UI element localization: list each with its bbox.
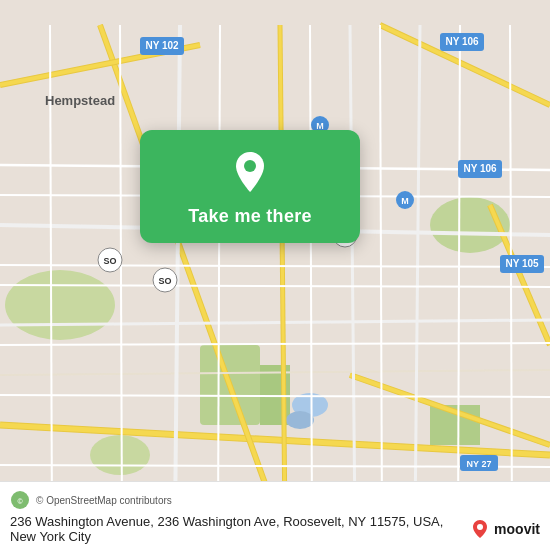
svg-text:NY 102: NY 102: [145, 40, 179, 51]
svg-point-67: [244, 160, 256, 172]
map-background: NY 102 NY 106 NY 106 NY 105 SO SO SO NY …: [0, 0, 550, 550]
osm-attribution: © OpenStreetMap contributors: [36, 495, 172, 506]
moovit-label: moovit: [494, 521, 540, 537]
location-pin-icon: [226, 148, 274, 196]
svg-text:M: M: [401, 196, 409, 206]
map-container: NY 102 NY 106 NY 106 NY 105 SO SO SO NY …: [0, 0, 550, 550]
svg-text:SO: SO: [103, 256, 116, 266]
take-me-there-button[interactable]: Take me there: [188, 206, 312, 227]
svg-text:SO: SO: [158, 276, 171, 286]
bottom-bar: © © OpenStreetMap contributors 236 Washi…: [0, 481, 550, 550]
svg-text:NY 105: NY 105: [505, 258, 539, 269]
svg-text:NY 106: NY 106: [445, 36, 479, 47]
address-text: 236 Washington Avenue, 236 Washington Av…: [10, 514, 461, 544]
svg-point-6: [90, 435, 150, 475]
moovit-icon: [469, 518, 491, 540]
svg-text:NY 27: NY 27: [467, 459, 492, 469]
svg-text:©: ©: [17, 498, 23, 505]
moovit-logo: moovit: [469, 518, 540, 540]
action-card: Take me there: [140, 130, 360, 243]
svg-text:Hempstead: Hempstead: [45, 93, 115, 108]
svg-text:NY 106: NY 106: [463, 163, 497, 174]
svg-point-70: [477, 524, 483, 530]
osm-logo-icon: ©: [10, 490, 30, 510]
svg-point-8: [286, 411, 314, 429]
svg-point-1: [5, 270, 115, 340]
